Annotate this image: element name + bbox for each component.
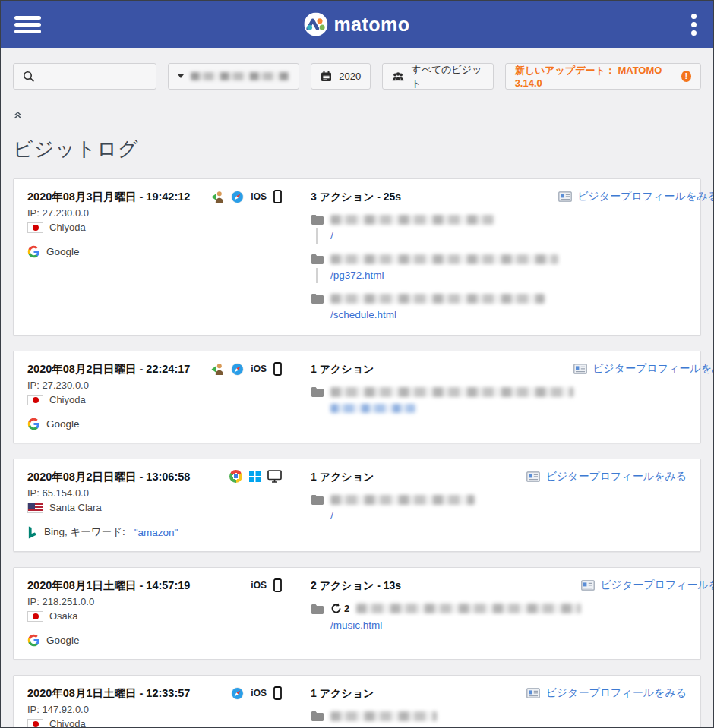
visit-actions-column: 3 アクション - 25s / /pg372.html — [311, 190, 558, 323]
matomo-logo-icon — [304, 13, 327, 36]
kebab-menu-icon[interactable] — [688, 9, 700, 40]
visit-card: 2020年08月3日月曜日 - 19:42:12 iOS — [13, 178, 701, 336]
visitor-ip: IP: 65.154.0.0 — [27, 487, 311, 499]
site-selector[interactable] — [168, 63, 299, 90]
visit-system-icons: iOS — [187, 362, 282, 376]
hamburger-menu-icon[interactable] — [14, 13, 41, 36]
google-icon — [27, 418, 40, 430]
visit-actions-column: 2 アクション - 13s 2 /music.html — [311, 578, 581, 647]
visitor-profile-link[interactable]: ビジタープロフィールをみる — [581, 578, 714, 592]
page-title-blurred — [330, 294, 545, 304]
os-label: iOS — [251, 364, 267, 374]
visitor-profile-link[interactable]: ビジタープロフィールをみる — [573, 362, 714, 376]
page-title-blurred — [330, 387, 573, 397]
returning-visitor-icon — [211, 191, 224, 203]
matomo-logo: matomo — [304, 13, 409, 36]
os-label: iOS — [251, 688, 267, 698]
smartphone-icon — [273, 578, 282, 592]
action-url-link[interactable]: /music.html — [330, 619, 382, 631]
repeat-count: 2 — [344, 603, 349, 614]
actions-summary: 1 アクション — [311, 686, 526, 701]
visitor-profile-label: ビジタープロフィールをみる — [545, 686, 687, 700]
smartphone-icon — [273, 686, 282, 700]
visitor-city: Chiyoda — [49, 222, 86, 233]
visit-actions-column: 1 アクション — [311, 362, 573, 430]
folder-icon — [311, 494, 324, 505]
page-title-blurred — [330, 215, 494, 225]
site-name-blurred — [191, 72, 289, 80]
action-item — [311, 386, 573, 416]
search-icon — [23, 71, 35, 83]
action-item: /schedule.html — [311, 293, 558, 323]
action-url-link[interactable]: /schedule.html — [330, 309, 396, 320]
app-window: matomo 2020 — [0, 0, 714, 728]
google-icon — [27, 634, 40, 647]
page-title: ビジットログ — [13, 136, 701, 162]
visitor-profile-link[interactable]: ビジタープロフィールをみる — [526, 470, 687, 484]
repeat-pageview-badge: 2 — [330, 603, 349, 614]
action-item: / — [311, 494, 526, 524]
chrome-browser-icon — [229, 470, 242, 483]
flag-japan-icon — [27, 611, 43, 622]
update-notification-button[interactable]: 新しいアップデート： MATOMO 3.14.0 ! — [505, 63, 701, 90]
referrer-label: Bing, キーワード: — [44, 525, 125, 539]
date-range-selector[interactable]: 2020 — [311, 63, 371, 90]
profile-card-icon — [581, 580, 595, 591]
visitor-ip: IP: 27.230.0.0 — [27, 380, 311, 391]
visitor-profile-link[interactable]: ビジタープロフィールをみる — [558, 190, 714, 203]
action-url-blurred — [330, 404, 415, 413]
alert-icon: ! — [681, 71, 691, 82]
toolbar: 2020 すべてのビジット 新しいアップデート： MATOMO 3.14.0 ! — [1, 48, 713, 100]
visit-info-column: 2020年08月2日日曜日 - 13:06:58 IP: 65.154.0.0 … — [27, 470, 311, 539]
visit-card: 2020年08月1日土曜日 - 12:33:57 iOS IP: 147.92.… — [13, 675, 701, 728]
actions-summary: 1 アクション — [311, 362, 573, 377]
top-navbar: matomo — [1, 1, 713, 48]
google-icon — [27, 245, 40, 258]
action-connector — [316, 268, 318, 283]
visit-info-column: 2020年08月1日土曜日 - 12:33:57 iOS IP: 147.92.… — [27, 686, 311, 728]
visit-actions-column: 1 アクション / — [311, 686, 526, 728]
flag-usa-icon — [27, 503, 43, 513]
referrer-label: Google — [46, 246, 80, 257]
refresh-icon — [330, 603, 342, 614]
visitor-city: Santa Clara — [49, 502, 102, 513]
visit-system-icons: iOS — [187, 686, 282, 700]
visitor-profile-label: ビジタープロフィールをみる — [592, 362, 714, 376]
visitor-profile-label: ビジタープロフィールをみる — [577, 190, 714, 203]
folder-icon — [311, 386, 324, 397]
smartphone-icon — [273, 362, 282, 376]
os-label: iOS — [251, 580, 267, 591]
profile-card-icon — [526, 688, 540, 698]
smartphone-icon — [273, 190, 282, 203]
folder-icon — [311, 711, 324, 721]
visit-info-column: 2020年08月1日土曜日 - 14:57:19 iOS IP: 218.251… — [27, 578, 311, 647]
actions-summary: 1 アクション — [311, 470, 526, 484]
desktop-monitor-icon — [267, 470, 282, 483]
safari-browser-icon — [231, 191, 244, 203]
visit-info-column: 2020年08月2日日曜日 - 22:24:17 iOS — [27, 362, 311, 430]
action-url-link[interactable]: / — [330, 510, 333, 522]
segment-selector[interactable]: すべてのビジット — [382, 63, 493, 90]
visit-actions-column: 1 アクション / — [311, 470, 526, 539]
visitor-ip: IP: 147.92.0.0 — [27, 704, 311, 715]
visitor-profile-label: ビジタープロフィールをみる — [600, 578, 714, 592]
visit-system-icons — [187, 470, 282, 483]
search-input[interactable] — [42, 71, 147, 82]
action-url-link[interactable]: /pg372.html — [330, 269, 384, 281]
referrer-label: Google — [46, 635, 80, 646]
action-item: 2 /music.html — [311, 603, 581, 633]
search-box[interactable] — [13, 63, 156, 90]
collapse-header-button[interactable] — [13, 110, 23, 120]
action-item: /pg372.html — [311, 254, 558, 283]
flag-japan-icon — [27, 222, 43, 233]
visitor-profile-link[interactable]: ビジタープロフィールをみる — [526, 686, 687, 700]
page-title-blurred — [356, 604, 581, 613]
action-url-link[interactable]: / — [330, 230, 333, 241]
os-label: iOS — [251, 191, 267, 202]
profile-card-icon — [573, 364, 587, 374]
visit-card: 2020年08月2日日曜日 - 13:06:58 IP: 65.154.0.0 … — [13, 459, 701, 552]
chevron-down-icon — [178, 74, 184, 78]
page-title-blurred — [330, 711, 437, 721]
visit-card: 2020年08月1日土曜日 - 14:57:19 iOS IP: 218.251… — [13, 567, 701, 660]
search-keyword-link[interactable]: "amazon" — [134, 527, 178, 538]
